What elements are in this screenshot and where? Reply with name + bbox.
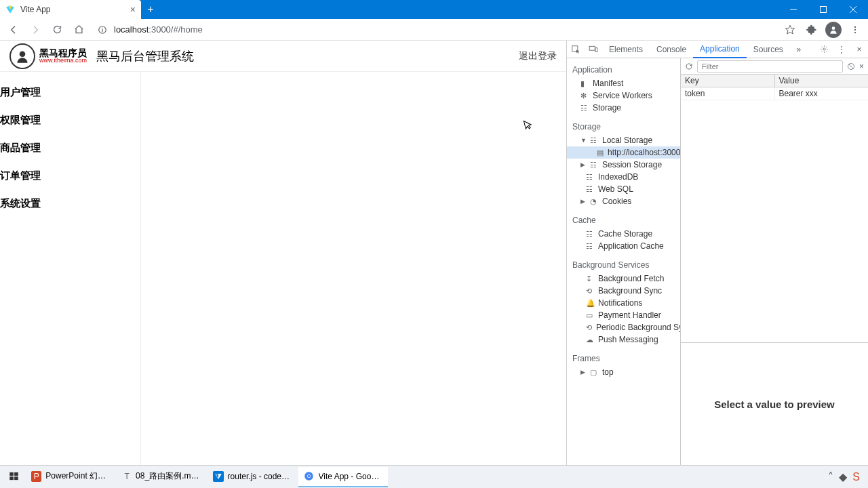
item-indexeddb[interactable]: ☷IndexedDB <box>567 171 680 183</box>
task-powerpoint[interactable]: P PowerPoint 幻灯... <box>26 467 115 487</box>
application-sidebar: Application ▮Manifest ✻Service Workers ☷… <box>567 58 681 465</box>
value-preview: Select a value to preview <box>681 343 868 465</box>
section-application: Application <box>567 62 680 77</box>
powerpoint-icon: P <box>31 471 41 482</box>
task-vscode[interactable]: ⧩ router.js - code-r... <box>208 467 297 487</box>
url-path: /#/home <box>171 24 203 35</box>
item-application-cache[interactable]: ☷Application Cache <box>567 240 680 252</box>
logout-link[interactable]: 退出登录 <box>519 50 557 62</box>
section-frames: Frames <box>567 351 680 366</box>
item-bg-fetch[interactable]: ↧Background Fetch <box>567 272 680 285</box>
item-manifest[interactable]: ▮Manifest <box>567 77 680 89</box>
task-markdown[interactable]: T 08_路由案例.md - ... <box>117 467 206 487</box>
menu-item-products[interactable]: 商品管理 <box>0 134 140 162</box>
item-websql[interactable]: ☷Web SQL <box>567 183 680 195</box>
menu-icon[interactable] <box>846 21 864 39</box>
item-cookies[interactable]: ▶◔Cookies <box>567 195 680 207</box>
maximize-button[interactable] <box>808 0 838 19</box>
item-local-storage-origin[interactable]: ▤http://localhost:3000 <box>567 146 680 159</box>
menu-item-settings[interactable]: 系统设置 <box>0 190 140 218</box>
svg-point-7 <box>832 26 835 30</box>
svg-rect-18 <box>9 472 14 476</box>
database-icon: ☷ <box>586 230 594 239</box>
extensions-icon[interactable] <box>803 21 821 39</box>
menu-item-users[interactable]: 用户管理 <box>0 79 140 106</box>
tray-icon[interactable]: ◆ <box>839 470 847 483</box>
section-cache: Cache <box>567 213 680 228</box>
tray-icon[interactable]: S <box>852 471 860 483</box>
svg-point-24 <box>308 475 311 478</box>
refresh-icon[interactable] <box>685 62 693 70</box>
col-key[interactable]: Key <box>681 75 775 87</box>
item-session-storage[interactable]: ▶☷Session Storage <box>567 159 680 171</box>
item-periodic-sync[interactable]: ⟲Periodic Background Sync <box>567 321 680 333</box>
svg-rect-14 <box>595 47 597 52</box>
filter-input[interactable] <box>697 60 843 73</box>
svg-line-17 <box>848 64 853 68</box>
item-notifications[interactable]: 🔔Notifications <box>567 297 680 309</box>
chrome-icon <box>304 471 315 482</box>
svg-point-6 <box>102 27 102 28</box>
new-tab-button[interactable]: + <box>141 0 160 19</box>
system-tray[interactable]: ˄ ◆ S <box>828 470 865 483</box>
text-file-icon: T <box>122 471 132 482</box>
windows-taskbar: P PowerPoint 幻灯... T 08_路由案例.md - ... ⧩ … <box>0 465 868 488</box>
svg-rect-21 <box>14 476 18 480</box>
svg-point-15 <box>823 48 825 50</box>
item-frame-top[interactable]: ▶▢top <box>567 366 680 378</box>
item-payment-handler[interactable]: ▭Payment Handler <box>567 309 680 321</box>
fetch-icon: ↧ <box>586 274 594 283</box>
devtools-tabs: Elements Console Application Sources » ⋮… <box>567 41 868 58</box>
section-storage: Storage <box>567 119 680 134</box>
reload-button[interactable] <box>47 20 66 39</box>
table-row[interactable]: token Bearer xxx <box>681 87 868 100</box>
tab-sources[interactable]: Sources <box>747 41 790 58</box>
minimize-button[interactable] <box>778 0 808 19</box>
forward-button[interactable] <box>26 20 45 39</box>
item-cache-storage[interactable]: ☷Cache Storage <box>567 228 680 240</box>
chevron-right-icon: ▶ <box>580 161 586 168</box>
tab-application[interactable]: Application <box>693 41 747 58</box>
clear-all-icon[interactable] <box>847 62 855 70</box>
logo-text-en: www.itheima.com <box>39 58 87 64</box>
svg-rect-20 <box>9 476 14 480</box>
item-service-workers[interactable]: ✻Service Workers <box>567 89 680 102</box>
tray-chevron-icon[interactable]: ˄ <box>828 470 833 483</box>
site-info-icon[interactable] <box>98 25 107 35</box>
database-icon: ☷ <box>590 161 598 169</box>
inspect-icon[interactable] <box>567 41 585 58</box>
start-button[interactable] <box>3 467 24 487</box>
devtools-close-icon[interactable]: × <box>850 41 868 58</box>
tab-elements[interactable]: Elements <box>602 41 650 58</box>
delete-icon[interactable]: × <box>859 62 864 71</box>
col-value[interactable]: Value <box>775 75 869 87</box>
browser-tab[interactable]: Vite App × <box>0 0 141 19</box>
menu-item-orders[interactable]: 订单管理 <box>0 162 140 190</box>
cookie-icon: ◔ <box>590 197 598 206</box>
device-toggle-icon[interactable] <box>585 41 602 58</box>
task-chrome[interactable]: Vite App - Googl... <box>298 467 388 487</box>
svg-rect-19 <box>14 472 18 476</box>
close-window-button[interactable] <box>838 0 868 19</box>
item-local-storage[interactable]: ▼☷Local Storage <box>567 134 680 146</box>
close-tab-icon[interactable]: × <box>130 4 136 15</box>
devtools-settings-icon[interactable] <box>815 41 833 58</box>
menu-item-permissions[interactable]: 权限管理 <box>0 106 140 134</box>
more-tabs-icon[interactable]: » <box>790 41 808 58</box>
chevron-down-icon: ▼ <box>580 137 586 144</box>
bookmark-icon[interactable] <box>781 21 799 39</box>
item-bg-sync[interactable]: ⟲Background Sync <box>567 285 680 297</box>
tab-console[interactable]: Console <box>650 41 693 58</box>
item-push-messaging[interactable]: ☁Push Messaging <box>567 333 680 346</box>
back-button[interactable] <box>4 20 23 39</box>
devtools-panel: Elements Console Application Sources » ⋮… <box>567 41 868 465</box>
windows-icon <box>8 471 19 482</box>
home-button[interactable] <box>69 20 88 39</box>
sync-icon: ⟲ <box>586 323 592 332</box>
svg-point-11 <box>20 51 26 57</box>
devtools-menu-icon[interactable]: ⋮ <box>833 41 850 58</box>
address-bar[interactable]: localhost:3000/#/home <box>91 21 778 39</box>
profile-avatar[interactable] <box>825 21 842 39</box>
item-storage-overview[interactable]: ☷Storage <box>567 102 680 114</box>
sync-icon: ⟲ <box>586 287 594 296</box>
